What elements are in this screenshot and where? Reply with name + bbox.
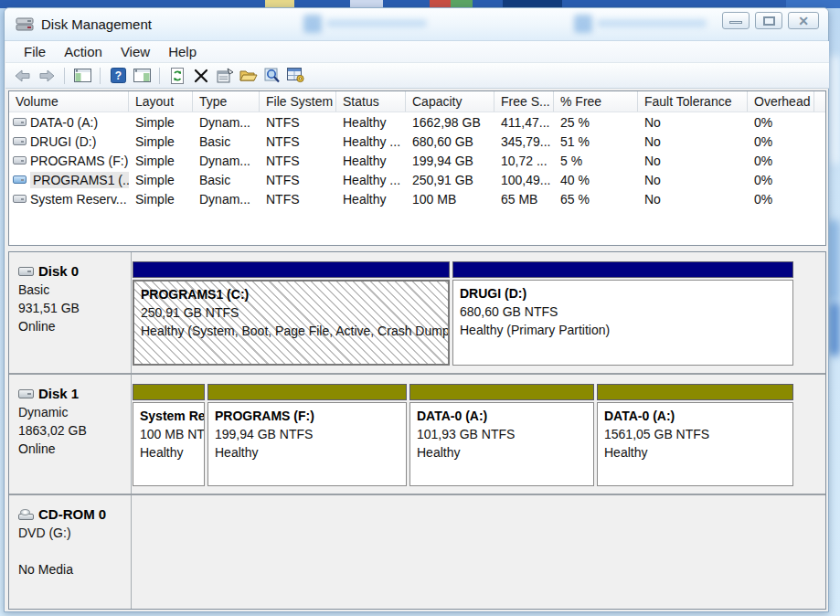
column-header-free-space[interactable]: Free S... [494, 91, 554, 112]
background-blob [829, 302, 840, 356]
volume-system-reserved[interactable]: System Reserved 100 MB NTFS Healthy [133, 384, 207, 486]
disk0-label[interactable]: Disk 0 Basic 931,51 GB Online [9, 252, 132, 373]
cell-free-space: 100,49... [494, 173, 554, 187]
volume-color-bar-simple [409, 384, 594, 400]
volume-row-programs[interactable]: PROGRAMS (F:) Simple Dynam... NTFS Healt… [9, 151, 825, 170]
refresh-icon [170, 68, 185, 84]
cdrom0-name: CD-ROM 0 [38, 506, 106, 522]
cell-layout: Simple [129, 154, 193, 168]
volume-name: DATA-0 (A:) [604, 409, 792, 423]
disk0-row: Disk 0 Basic 931,51 GB Online PROGRAMS1 … [9, 252, 825, 375]
volume-row-system-reserved[interactable]: System Reserv... Simple Dynam... NTFS He… [9, 189, 825, 208]
manage-console-button[interactable] [286, 66, 306, 86]
menu-view[interactable]: View [112, 42, 159, 61]
delete-button[interactable] [191, 66, 211, 86]
menu-bar: File Action View Help [5, 41, 829, 63]
cell-type: Basic [193, 173, 260, 187]
menu-help[interactable]: Help [159, 42, 206, 61]
volume-drive-icon [13, 118, 27, 126]
column-header-pct-free[interactable]: % Free [554, 91, 638, 112]
disk1-status: Online [18, 442, 131, 456]
volume-data0-a-2[interactable]: DATA-0 (A:) 1561,05 GB NTFS Healthy [597, 384, 796, 486]
partition-color-bar-primary [452, 261, 793, 278]
cell-capacity: 1662,98 GB [406, 115, 494, 130]
find-button[interactable] [262, 66, 282, 86]
volume-row-drugi[interactable]: DRUGI (D:) Simple Basic NTFS Healthy ...… [9, 132, 825, 151]
disk1-label[interactable]: Disk 1 Dynamic 1863,02 GB Online [9, 375, 132, 494]
volume-status: Healthy [140, 445, 204, 460]
minimize-button[interactable] [722, 12, 750, 29]
column-header-overhead[interactable]: Overhead [748, 91, 814, 112]
volume-data0-a-1[interactable]: DATA-0 (A:) 101,93 GB NTFS Healthy [409, 384, 597, 486]
cell-file-system: NTFS [260, 173, 336, 187]
glass-reflection [597, 19, 707, 27]
maximize-button[interactable] [755, 12, 782, 29]
volume-body[interactable]: DATA-0 (A:) 101,93 GB NTFS Healthy [409, 402, 594, 486]
volume-body[interactable]: DATA-0 (A:) 1561,05 GB NTFS Healthy [597, 402, 793, 486]
partition-name: PROGRAMS1 (C:) [141, 287, 448, 302]
partition-size: 680,60 GB NTFS [460, 304, 792, 319]
column-header-status[interactable]: Status [336, 91, 406, 112]
menu-file[interactable]: File [15, 42, 55, 61]
cell-overhead: 0% [748, 173, 814, 187]
partition-programs1-c[interactable]: PROGRAMS1 (C:) 250,91 GB NTFS Healthy (S… [133, 261, 452, 366]
volume-status: Healthy [417, 445, 593, 460]
title-bar[interactable]: Disk Management ✕ [5, 8, 828, 41]
cdrom0-media-status: No Media [18, 563, 131, 577]
console-gear-icon [287, 68, 305, 83]
column-header-layout[interactable]: Layout [129, 91, 193, 112]
show-action-pane-button[interactable] [132, 66, 152, 86]
show-console-tree-button[interactable] [72, 66, 92, 86]
partition-color-bar-primary [133, 261, 450, 278]
partition-body-selected[interactable]: PROGRAMS1 (C:) 250,91 GB NTFS Healthy (S… [133, 280, 450, 366]
disk-icon [18, 267, 34, 276]
volume-drive-icon [13, 195, 27, 203]
help-button[interactable]: ? [108, 66, 128, 86]
menu-action[interactable]: Action [55, 42, 112, 61]
volume-row-data0[interactable]: DATA-0 (A:) Simple Dynam... NTFS Healthy… [9, 112, 825, 132]
cell-free-space: 411,47... [494, 115, 554, 130]
partition-body[interactable]: DRUGI (D:) 680,60 GB NTFS Healthy (Prima… [452, 280, 793, 366]
disk1-size: 1863,02 GB [18, 424, 131, 438]
cell-status: Healthy [336, 154, 406, 168]
refresh-button[interactable] [167, 66, 187, 86]
column-header-volume[interactable]: Volume [9, 91, 129, 112]
partition-status: Healthy (System, Boot, Page File, Active… [141, 324, 448, 338]
cell-fault-tolerance: No [638, 154, 748, 168]
cdrom0-label[interactable]: CD-ROM 0 DVD (G:) No Media [9, 495, 132, 609]
cell-overhead: 0% [748, 134, 814, 149]
column-header-file-system[interactable]: File System [260, 91, 336, 112]
open-folder-button[interactable] [239, 66, 259, 86]
disk0-status: Online [18, 320, 131, 334]
glass-reflection [574, 15, 592, 33]
cell-capacity: 680,60 GB [406, 134, 494, 149]
cell-pct-free: 51 % [554, 134, 638, 149]
properties-button[interactable] [215, 66, 235, 86]
disk0-type: Basic [18, 283, 131, 297]
help-icon: ? [111, 68, 126, 83]
volume-size: 101,93 GB NTFS [417, 427, 593, 441]
column-header-type[interactable]: Type [193, 91, 260, 112]
close-icon: ✕ [789, 14, 818, 28]
volume-body[interactable]: System Reserved 100 MB NTFS Healthy [133, 402, 205, 486]
cell-file-system: NTFS [260, 115, 336, 130]
close-button[interactable]: ✕ [788, 12, 819, 29]
cell-layout: Simple [129, 173, 193, 187]
cell-overhead: 0% [748, 154, 814, 168]
open-folder-icon [239, 69, 258, 82]
cell-pct-free: 40 % [554, 173, 638, 187]
volume-row-programs1-selected[interactable]: PROGRAMS1 (... Simple Basic NTFS Healthy… [9, 170, 825, 189]
partition-name: DRUGI (D:) [460, 286, 792, 301]
column-header-filler [814, 91, 825, 112]
cell-overhead: 0% [748, 192, 814, 207]
column-header-fault-tolerance[interactable]: Fault Tolerance [638, 91, 748, 112]
volume-body[interactable]: PROGRAMS (F:) 199,94 GB NTFS Healthy [207, 402, 407, 486]
cell-fault-tolerance: No [638, 173, 748, 187]
disk1-row: Disk 1 Dynamic 1863,02 GB Online System … [9, 375, 825, 495]
volume-programs-f[interactable]: PROGRAMS (F:) 199,94 GB NTFS Healthy [207, 384, 409, 486]
window-title: Disk Management [41, 16, 152, 32]
back-button[interactable] [13, 66, 33, 86]
forward-button[interactable] [37, 66, 57, 86]
column-header-capacity[interactable]: Capacity [406, 91, 494, 112]
partition-drugi-d[interactable]: DRUGI (D:) 680,60 GB NTFS Healthy (Prima… [452, 261, 796, 366]
